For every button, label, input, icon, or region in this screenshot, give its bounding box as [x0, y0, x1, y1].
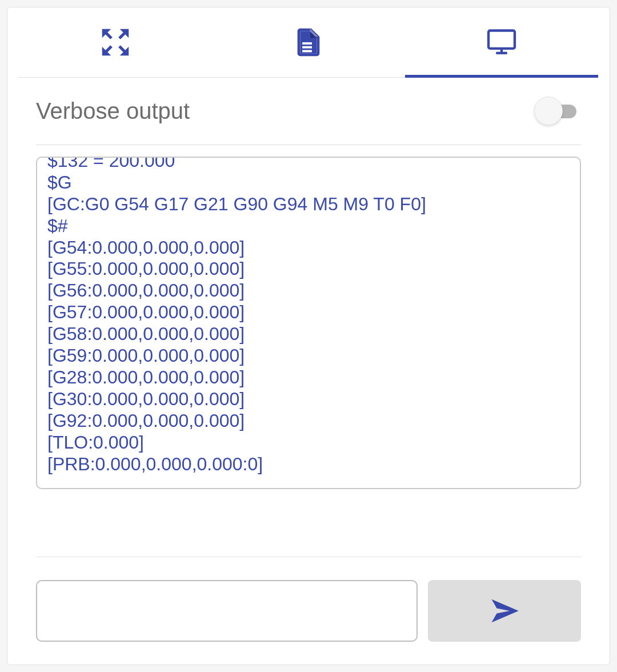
console-line: [G28:0.000,0.000,0.000] — [47, 367, 570, 389]
console-line: $# — [47, 215, 570, 237]
console-output[interactable]: $131 = 200.000$132 = 200.000$G[GC:G0 G54… — [36, 157, 581, 489]
console-line: [GC:G0 G54 G17 G21 G90 G94 M5 M9 T0 F0] — [47, 194, 570, 215]
svg-rect-0 — [302, 42, 312, 45]
tab-expand[interactable] — [19, 7, 212, 77]
verbose-row: Verbose output — [7, 78, 610, 145]
tab-bar — [19, 7, 598, 78]
command-input[interactable] — [36, 580, 418, 642]
console-line: [G92:0.000,0.000,0.000] — [47, 410, 570, 432]
toggle-thumb — [534, 97, 563, 125]
console-line: [PRB:0.000,0.000,0.000:0] — [47, 454, 570, 475]
verbose-toggle[interactable] — [534, 102, 581, 121]
expand-icon — [98, 25, 133, 60]
console-line: [G30:0.000,0.000,0.000] — [47, 389, 570, 410]
tab-file[interactable] — [212, 7, 405, 77]
tab-monitor[interactable] — [405, 7, 598, 77]
console-line: [G55:0.000,0.000,0.000] — [47, 258, 570, 280]
send-icon — [488, 595, 520, 626]
console-line: [G59:0.000,0.000,0.000] — [47, 345, 570, 367]
console-line: [G58:0.000,0.000,0.000] — [47, 323, 570, 345]
svg-rect-2 — [302, 50, 312, 53]
console-line: $G — [47, 172, 570, 194]
file-icon — [292, 25, 325, 60]
send-button[interactable] — [428, 580, 581, 642]
console-panel: Verbose output $131 = 200.000$132 = 200.… — [7, 7, 610, 665]
console-line: [G56:0.000,0.000,0.000] — [47, 280, 570, 302]
console-line: $132 = 200.000 — [47, 157, 570, 172]
svg-rect-3 — [488, 30, 515, 48]
svg-rect-1 — [302, 46, 312, 49]
command-row — [7, 557, 610, 665]
console-line: [G57:0.000,0.000,0.000] — [47, 302, 570, 323]
console-line: [G54:0.000,0.000,0.000] — [47, 237, 570, 259]
monitor-icon — [480, 26, 523, 59]
verbose-label: Verbose output — [36, 98, 190, 124]
console-wrap: $131 = 200.000$132 = 200.000$G[GC:G0 G54… — [7, 145, 610, 546]
console-line: [TLO:0.000] — [47, 432, 570, 454]
